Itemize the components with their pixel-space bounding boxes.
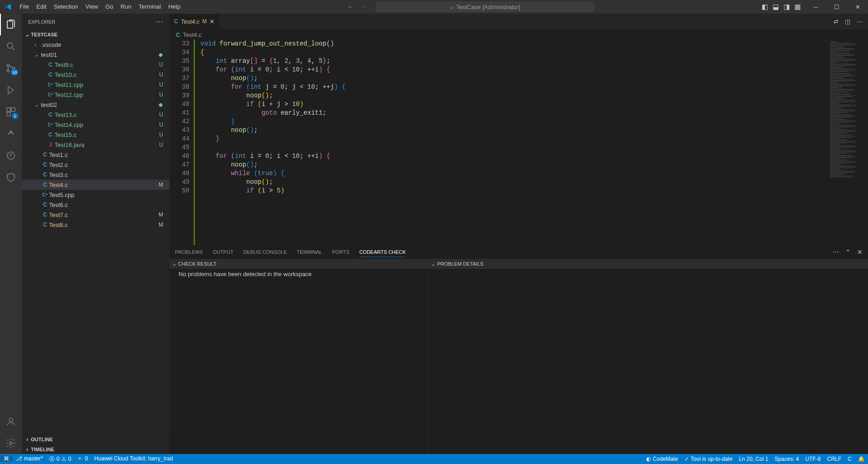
tool-uptodate-status[interactable]: ✓Tool is up-to-date [681,456,736,462]
settings-gear-icon[interactable] [0,432,22,454]
source-control-icon[interactable]: 19 [0,57,22,79]
chevron-right-icon: › [24,436,31,443]
minimize-button[interactable]: ─ [805,0,826,14]
toggle-panel-icon[interactable]: ⬓ [773,3,779,11]
problem-details-header[interactable]: ⌄ PROBLEM DETAILS [429,259,868,269]
menu-go[interactable]: Go [102,0,117,14]
file-row[interactable]: C⁺Test14.cppU [22,120,170,130]
menubar: FileEditSelectionViewGoRunTerminalHelp [16,0,184,14]
huawei-icon[interactable] [0,123,22,145]
file-row[interactable]: C⁺Test12.cppU [22,90,170,100]
code-content[interactable]: void forward_jump_out_nested_loop(){ int… [198,40,827,245]
explorer-icon[interactable] [0,14,22,35]
menu-file[interactable]: File [16,0,33,14]
panel-tab-output[interactable]: OUTPUT [213,247,233,257]
file-row[interactable]: CTest6.c [22,200,170,210]
run-debug-icon[interactable] [0,79,22,101]
nav-forward-icon[interactable]: → [360,3,368,11]
compare-changes-icon[interactable]: ⇄ [833,18,838,25]
folder-row[interactable]: ⌄test01● [22,50,170,60]
file-label: Test9.c [55,61,170,68]
panel-maximize-icon[interactable]: ⌃ [845,248,851,256]
file-row[interactable]: CTest9.cU [22,60,170,70]
problems-status[interactable]: ⓧ0 ⚠0 [46,455,74,463]
file-label: Test1.c [49,151,170,158]
root-name: TESTCASE [31,32,58,37]
maximize-button[interactable]: ☐ [826,0,847,14]
file-row[interactable]: CTest13.cU [22,110,170,120]
menu-run[interactable]: Run [117,0,135,14]
cursor-position[interactable]: Ln 20, Col 1 [736,456,772,462]
codearts-icon[interactable] [0,145,22,166]
file-row[interactable]: CTest10.cU [22,70,170,80]
toggle-primary-sidebar-icon[interactable]: ◧ [762,3,768,11]
file-row[interactable]: CTest7.cM [22,210,170,220]
panel-tab-debug-console[interactable]: DEBUG CONSOLE [243,247,287,257]
c-file-icon: C [174,18,178,25]
minimap[interactable] [827,40,868,245]
menu-help[interactable]: Help [165,0,184,14]
breadcrumb[interactable]: C Test4.c [170,30,868,40]
huawei-toolkit-status[interactable]: Huawei Cloud Toolkit: harry_trad [91,455,176,462]
git-decoration: ● [158,102,163,107]
nav-back-icon[interactable]: ← [347,3,354,11]
outline-header[interactable]: › OUTLINE [22,434,170,444]
sidebar: EXPLORER ⋯ ⌄ TESTCASE ›.vscode⌄test01●CT… [22,14,170,454]
git-decoration: U [159,111,163,118]
file-label: .vscode [41,41,170,48]
git-decoration: U [159,121,163,128]
close-button[interactable]: ✕ [847,0,868,14]
notifications-icon[interactable]: 🔔 [855,456,868,462]
language-status[interactable]: C [844,456,855,462]
menu-selection[interactable]: Selection [50,0,81,14]
indentation-status[interactable]: Spaces: 4 [772,456,802,462]
eol-status[interactable]: CRLF [824,456,844,462]
svg-rect-5 [11,108,15,111]
panel-more-icon[interactable]: ⋯ [833,248,839,256]
menu-view[interactable]: View [82,0,102,14]
customize-layout-icon[interactable]: ▦ [794,3,801,11]
editor-tab[interactable]: C Test4.c M ✕ [170,14,219,30]
explorer-root-header[interactable]: ⌄ TESTCASE [22,30,170,40]
file-row[interactable]: CTest2.c [22,160,170,170]
shield-icon[interactable] [0,166,22,188]
toggle-secondary-sidebar-icon[interactable]: ◨ [783,3,790,11]
split-editor-icon[interactable]: ◫ [845,18,850,25]
file-row[interactable]: CTest1.c [22,150,170,160]
codemate-status[interactable]: ◐CodeMate [643,456,681,462]
panel-close-icon[interactable]: ✕ [857,248,863,256]
file-label: Test13.c [55,111,170,118]
check-result-header[interactable]: ⌄ CHECK RESULT [170,259,428,269]
file-row[interactable]: CTest4.cM [22,180,170,190]
file-label: Test12.cpp [55,91,170,98]
error-icon: ⓧ [49,455,55,463]
ports-status[interactable]: ᯤ0 [75,455,91,462]
search-icon[interactable] [0,35,22,57]
more-actions-icon[interactable]: ⋯ [857,18,863,25]
folder-row[interactable]: ›.vscode [22,40,170,50]
menu-terminal[interactable]: Terminal [135,0,165,14]
menu-edit[interactable]: Edit [33,0,50,14]
panel-tab-codearts-check[interactable]: CODEARTS CHECK [359,247,406,257]
accounts-icon[interactable] [0,410,22,432]
command-center[interactable]: ⌕ TestCase [Administrator] [376,2,594,12]
panel-tab-terminal[interactable]: TERMINAL [297,247,322,257]
tab-close-icon[interactable]: ✕ [210,18,215,25]
file-row[interactable]: CTest15.cU [22,130,170,140]
sidebar-more-icon[interactable]: ⋯ [156,17,163,26]
file-row[interactable]: CTest3.c [22,170,170,180]
timeline-header[interactable]: › TIMELINE [22,444,170,454]
file-row[interactable]: CTest8.cM [22,220,170,230]
folder-row[interactable]: ⌄test02● [22,100,170,110]
file-row[interactable]: JTest16.javaU [22,140,170,150]
extensions-icon[interactable]: 1 [0,101,22,123]
file-row[interactable]: C⁺Test5.cpp [22,190,170,200]
remote-indicator[interactable]: ⌘ [0,455,13,462]
codemate-icon: ◐ [646,456,651,462]
panel-tab-ports[interactable]: PORTS [332,247,349,257]
panel-tab-problems[interactable]: PROBLEMS [175,247,203,257]
file-label: Test14.cpp [55,121,170,128]
encoding-status[interactable]: UTF-8 [802,456,824,462]
file-row[interactable]: C⁺Test11.cppU [22,80,170,90]
git-branch[interactable]: ⎇master* [13,455,46,462]
